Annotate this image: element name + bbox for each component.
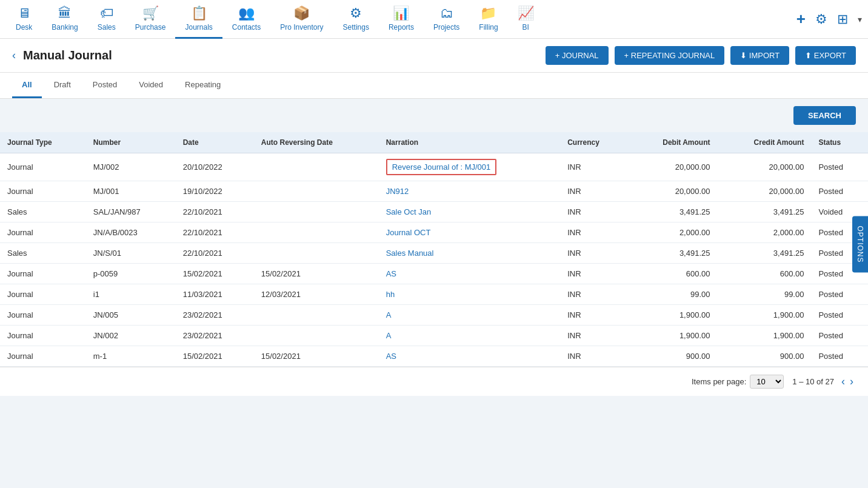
narration-link[interactable]: hh (386, 290, 395, 299)
cell-debit-amount: 99.00 (627, 284, 717, 305)
cell-auto-reversing-date: 15/02/2021 (254, 264, 379, 284)
cell-currency: INR (560, 305, 627, 326)
tab-all[interactable]: All (12, 73, 42, 98)
cell-credit-amount: 600.00 (718, 264, 812, 284)
cell-narration[interactable]: hh (379, 284, 560, 305)
cell-journal-type: Sales (0, 243, 86, 264)
nav-label-projects: Projects (433, 23, 459, 32)
cell-narration[interactable]: AS (379, 264, 560, 284)
narration-link[interactable]: JN912 (386, 187, 409, 196)
projects-icon: 🗂 (440, 5, 453, 21)
back-button[interactable]: ‹ (12, 49, 16, 62)
cell-currency: INR (560, 153, 627, 181)
cell-journal-type: Journal (0, 326, 86, 346)
cell-journal-type: Journal (0, 346, 86, 367)
cell-debit-amount: 900.00 (627, 346, 717, 367)
cell-credit-amount: 99.00 (718, 284, 812, 305)
table-row[interactable]: Journal MJ/002 20/10/2022 Reverse Journa… (0, 153, 868, 181)
table-row[interactable]: Sales JN/S/01 22/10/2021 Sales Manual IN… (0, 243, 868, 264)
tab-posted[interactable]: Posted (83, 73, 127, 98)
header-actions: + JOURNAL + REPEATING JOURNAL ⬇ IMPORT ⬆… (546, 46, 856, 65)
grid-icon[interactable]: ⊞ (837, 12, 848, 27)
cell-narration[interactable]: AS (379, 346, 560, 367)
col-journal-type: Journal Type (0, 132, 86, 153)
pagination-prev-button[interactable]: ‹ (839, 375, 847, 388)
nav-item-contacts[interactable]: 👥 Contacts (222, 0, 270, 39)
dropdown-arrow-icon[interactable]: ▾ (858, 15, 862, 24)
cell-status: Posted (811, 346, 868, 367)
col-credit-amount: Credit Amount (718, 132, 812, 153)
table-row[interactable]: Journal JN/A/B/0023 22/10/2021 Journal O… (0, 222, 868, 243)
table-row[interactable]: Journal MJ/001 19/10/2022 JN912 INR 20,0… (0, 181, 868, 202)
nav-item-purchase[interactable]: 🛒 Purchase (125, 0, 176, 39)
nav-label-sales: Sales (98, 23, 116, 32)
cell-narration[interactable]: JN912 (379, 181, 560, 202)
cell-number: JN/A/B/0023 (86, 222, 176, 243)
cell-debit-amount: 600.00 (627, 264, 717, 284)
gear-icon[interactable]: ⚙ (815, 12, 827, 27)
tabs-bar: All Draft Posted Voided Repeating (0, 73, 868, 99)
tab-voided[interactable]: Voided (129, 73, 173, 98)
nav-item-journals[interactable]: 📋 Journals (175, 0, 222, 39)
highlighted-narration[interactable]: Reverse Journal of : MJ/001 (386, 159, 497, 175)
search-button[interactable]: SEARCH (793, 106, 856, 125)
cell-narration[interactable]: Reverse Journal of : MJ/001 (379, 153, 560, 181)
pro-inventory-icon: 📦 (293, 5, 310, 21)
narration-link[interactable]: Journal OCT (386, 228, 431, 237)
cell-narration[interactable]: Sale Oct Jan (379, 202, 560, 222)
page-header: ‹ Manual Journal + JOURNAL + REPEATING J… (0, 39, 868, 73)
cell-narration[interactable]: Sales Manual (379, 243, 560, 264)
narration-link[interactable]: Sales Manual (386, 249, 434, 258)
bi-icon: 📈 (518, 5, 534, 21)
nav-item-settings[interactable]: ⚙ Settings (333, 0, 379, 39)
table-row[interactable]: Journal JN/005 23/02/2021 A INR 1,900.00… (0, 305, 868, 326)
tab-repeating[interactable]: Repeating (175, 73, 230, 98)
narration-link[interactable]: Sale Oct Jan (386, 207, 431, 216)
cell-debit-amount: 3,491.25 (627, 243, 717, 264)
nav-item-pro-inventory[interactable]: 📦 Pro Inventory (270, 0, 333, 39)
repeating-journal-button[interactable]: + REPEATING JOURNAL (615, 46, 725, 65)
nav-item-reports[interactable]: 📊 Reports (379, 0, 424, 39)
cell-narration[interactable]: Journal OCT (379, 222, 560, 243)
contacts-icon: 👥 (238, 5, 255, 21)
cell-currency: INR (560, 326, 627, 346)
add-button[interactable]: + (796, 10, 806, 28)
cell-narration[interactable]: A (379, 326, 560, 346)
sales-icon: 🏷 (100, 5, 113, 21)
cell-currency: INR (560, 181, 627, 202)
items-per-page-select[interactable]: 10 25 50 100 (750, 375, 784, 389)
cell-number: JN/S/01 (86, 243, 176, 264)
cell-status: Posted (811, 284, 868, 305)
narration-link[interactable]: A (386, 331, 392, 340)
nav-item-sales[interactable]: 🏷 Sales (88, 0, 125, 39)
nav-item-desk[interactable]: 🖥 Desk (6, 0, 42, 39)
options-tab[interactable]: OPTIONS (852, 216, 868, 272)
cell-number: m-1 (86, 346, 176, 367)
nav-item-bi[interactable]: 📈 BI (508, 0, 544, 39)
search-row: SEARCH (0, 99, 868, 132)
cell-debit-amount: 3,491.25 (627, 202, 717, 222)
tab-draft[interactable]: Draft (44, 73, 81, 98)
col-date: Date (176, 132, 254, 153)
import-button[interactable]: ⬇ IMPORT (730, 46, 789, 65)
cell-auto-reversing-date (254, 305, 379, 326)
desk-icon: 🖥 (18, 5, 31, 21)
journal-button[interactable]: + JOURNAL (546, 46, 609, 65)
cell-status: Posted (811, 326, 868, 346)
table-row[interactable]: Sales SAL/JAN/987 22/10/2021 Sale Oct Ja… (0, 202, 868, 222)
cell-narration[interactable]: A (379, 305, 560, 326)
settings-icon: ⚙ (350, 5, 362, 21)
narration-link[interactable]: AS (386, 269, 396, 278)
table-row[interactable]: Journal i1 11/03/2021 12/03/2021 hh INR … (0, 284, 868, 305)
table-row[interactable]: Journal p-0059 15/02/2021 15/02/2021 AS … (0, 264, 868, 284)
table-row[interactable]: Journal JN/002 23/02/2021 A INR 1,900.00… (0, 326, 868, 346)
narration-link[interactable]: AS (386, 352, 396, 361)
nav-item-filling[interactable]: 📁 Filling (469, 0, 507, 39)
nav-item-projects[interactable]: 🗂 Projects (424, 0, 469, 39)
narration-link[interactable]: A (386, 310, 392, 319)
pagination-next-button[interactable]: › (847, 375, 856, 388)
table-row[interactable]: Journal m-1 15/02/2021 15/02/2021 AS INR… (0, 346, 868, 367)
nav-item-banking[interactable]: 🏛 Banking (42, 0, 87, 39)
cell-credit-amount: 900.00 (718, 346, 812, 367)
export-button[interactable]: ⬆ EXPORT (795, 46, 856, 65)
